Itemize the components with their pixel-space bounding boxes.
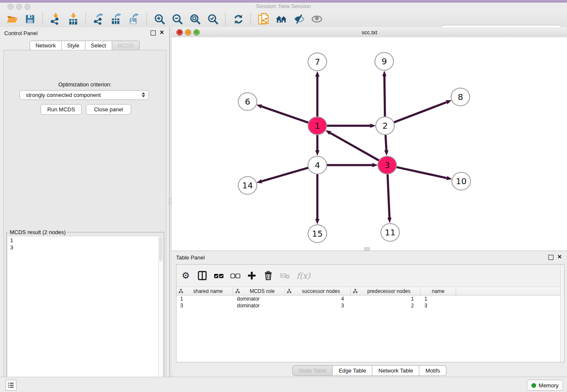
graph-node-11[interactable]: 11 bbox=[380, 223, 400, 242]
float-panel-icon[interactable] bbox=[151, 30, 156, 36]
result-scrollbar[interactable] bbox=[158, 237, 163, 392]
network-canvas[interactable]: 7968124314101511 bbox=[172, 37, 567, 251]
table-panel: Table Panel ⚙ bbox=[172, 251, 567, 375]
graph-node-14[interactable]: 14 bbox=[238, 176, 257, 195]
zoom-out-button[interactable] bbox=[170, 12, 185, 26]
node-table-container: ⚙ bbox=[176, 264, 564, 362]
graph-edge-4-14[interactable] bbox=[262, 168, 308, 181]
table-row[interactable]: 3dominator323 bbox=[176, 302, 564, 309]
function-builder-button[interactable]: f(x) bbox=[294, 268, 313, 283]
app-titlebar: Session: New Session bbox=[0, 0, 567, 11]
memory-button[interactable]: Memory bbox=[527, 380, 563, 391]
show-graphics-details-button[interactable] bbox=[309, 12, 325, 26]
table-scrollbar[interactable] bbox=[560, 265, 564, 362]
zoom-in-icon bbox=[154, 14, 165, 25]
column-header-predecessor-nodes[interactable]: predecessor nodes bbox=[351, 287, 421, 295]
graph-edge-3-10[interactable] bbox=[396, 167, 446, 178]
table-panel-title: Table Panel bbox=[176, 254, 205, 261]
refresh-view-button[interactable] bbox=[231, 12, 246, 26]
memory-label: Memory bbox=[539, 382, 559, 389]
graph-edge-3-11[interactable] bbox=[388, 174, 389, 218]
hide-graphics-details-icon bbox=[293, 13, 305, 25]
criterion-select[interactable]: strongly connected component bbox=[19, 90, 149, 100]
save-session-button[interactable] bbox=[22, 12, 38, 26]
graph-edge-1-6[interactable] bbox=[261, 106, 308, 122]
node-table: shared nameMCDS rolesuccessor nodesprede… bbox=[176, 287, 564, 309]
graph-node-8[interactable]: 8 bbox=[451, 88, 470, 106]
deselect-all-icon bbox=[230, 270, 241, 281]
graph-node-3[interactable]: 3 bbox=[377, 156, 397, 174]
table-cell: 1 bbox=[351, 295, 421, 302]
network-from-file-button[interactable] bbox=[256, 12, 271, 26]
import-network-button[interactable] bbox=[48, 12, 63, 26]
attribute-type-icon bbox=[235, 289, 240, 293]
task-history-button[interactable] bbox=[6, 380, 17, 391]
select-all-button[interactable] bbox=[212, 268, 226, 283]
graph-edge-2-8[interactable] bbox=[394, 102, 447, 122]
table-panel-header: Table Panel bbox=[172, 251, 567, 263]
table-cell: 3 bbox=[176, 302, 233, 309]
column-label: name bbox=[421, 288, 456, 294]
deselect-all-button[interactable] bbox=[228, 268, 242, 283]
table-toolbar: ⚙ bbox=[176, 265, 564, 287]
open-session-icon bbox=[6, 13, 18, 25]
graph-edge-2-9[interactable] bbox=[384, 76, 385, 116]
tab-node-table[interactable]: Node Table bbox=[292, 365, 333, 376]
export-network-icon bbox=[93, 13, 105, 25]
graph-node-4[interactable]: 4 bbox=[308, 156, 327, 174]
graph-node-15[interactable]: 15 bbox=[308, 224, 327, 243]
import-table-icon bbox=[67, 13, 79, 25]
tab-network[interactable]: Network bbox=[30, 41, 62, 50]
table-settings-button[interactable]: ⚙ bbox=[179, 268, 193, 283]
column-header-shared-name[interactable]: shared name bbox=[176, 287, 233, 295]
graph-node-9[interactable]: 9 bbox=[374, 52, 394, 71]
export-image-button[interactable] bbox=[127, 12, 142, 26]
zoom-selected-button[interactable] bbox=[205, 12, 220, 26]
column-header-name[interactable]: name bbox=[421, 287, 456, 295]
tab-motifs[interactable]: Motifs bbox=[419, 365, 446, 376]
zoom-selected-icon bbox=[207, 14, 219, 25]
attribute-type-icon bbox=[179, 289, 183, 293]
tab-style[interactable]: Style bbox=[62, 41, 85, 50]
graph-edge-3-1[interactable] bbox=[330, 133, 379, 160]
table-panel-tabs: Node TableEdge TableNetwork TableMotifs bbox=[172, 365, 567, 376]
close-panel-icon[interactable] bbox=[160, 29, 164, 36]
tab-select[interactable]: Select bbox=[85, 41, 112, 50]
add-row-button[interactable] bbox=[245, 268, 259, 283]
graph-node-1[interactable]: 1 bbox=[308, 116, 327, 135]
tab-network-table[interactable]: Network Table bbox=[372, 365, 419, 376]
zoom-fit-button[interactable] bbox=[187, 12, 203, 26]
table-row[interactable]: 1dominator411 bbox=[176, 295, 564, 302]
graph-edge-2-3[interactable] bbox=[385, 135, 386, 150]
export-table-button[interactable] bbox=[109, 12, 124, 26]
column-header-MCDS-role[interactable]: MCDS role bbox=[233, 287, 285, 295]
run-mcds-button[interactable]: Run MCDS bbox=[41, 104, 82, 115]
delete-table-icon bbox=[279, 270, 290, 281]
float-table-panel-icon[interactable] bbox=[548, 255, 553, 260]
hide-graphics-details-button[interactable] bbox=[292, 12, 307, 26]
graph-node-6[interactable]: 6 bbox=[238, 92, 257, 111]
export-network-button[interactable] bbox=[91, 12, 106, 26]
graph-node-2[interactable]: 2 bbox=[375, 116, 395, 135]
delete-table-button[interactable] bbox=[278, 268, 292, 283]
open-session-button[interactable] bbox=[5, 12, 20, 26]
zoom-in-button[interactable] bbox=[152, 12, 167, 26]
import-table-button[interactable] bbox=[66, 12, 81, 26]
table-cell: dominator bbox=[233, 302, 285, 309]
show-columns-button[interactable] bbox=[195, 268, 209, 283]
export-table-icon bbox=[110, 13, 122, 25]
graph-node-7[interactable]: 7 bbox=[308, 52, 327, 71]
tab-mcds[interactable]: MCDS bbox=[112, 41, 140, 50]
result-node: 3 bbox=[8, 244, 163, 251]
home-button[interactable] bbox=[274, 12, 289, 26]
task-list-icon bbox=[8, 382, 14, 389]
graph-node-10[interactable]: 10 bbox=[451, 172, 471, 190]
close-panel-button[interactable]: Close panel bbox=[86, 104, 131, 115]
close-table-panel-icon[interactable] bbox=[557, 254, 562, 260]
tab-edge-table[interactable]: Edge Table bbox=[333, 365, 372, 376]
mcds-result-list[interactable]: 13 bbox=[8, 237, 163, 392]
column-header-successor-nodes[interactable]: successor nodes bbox=[285, 287, 351, 295]
select-all-icon bbox=[213, 270, 224, 281]
delete-row-button[interactable] bbox=[261, 268, 275, 283]
column-label: shared name bbox=[183, 288, 233, 294]
